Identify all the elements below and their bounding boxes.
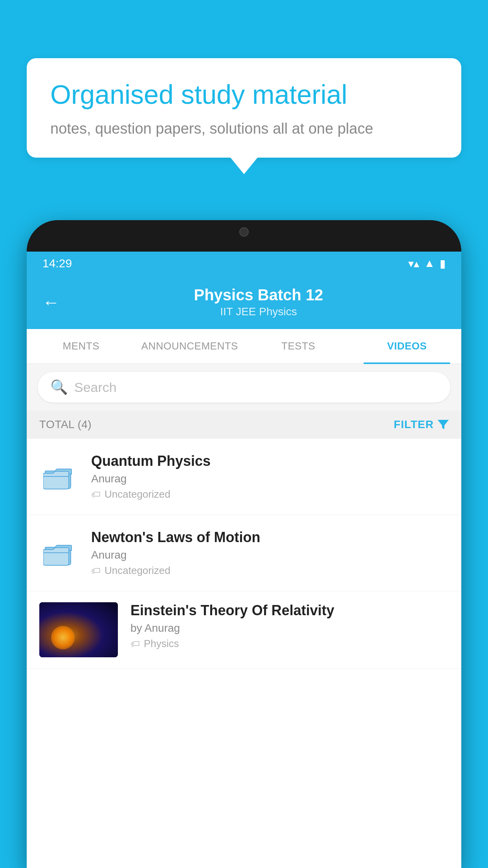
search-input[interactable]: Search — [74, 380, 117, 395]
video-info: Newton's Laws of Motion Anurag 🏷 Uncateg… — [91, 529, 449, 577]
tag-icon: 🏷 — [91, 565, 101, 576]
search-icon: 🔍 — [50, 379, 68, 395]
video-thumbnail — [39, 602, 118, 657]
video-info: Quantum Physics Anurag 🏷 Uncategorized — [91, 453, 449, 500]
total-count: TOTAL (4) — [39, 418, 92, 431]
header-subtitle: IIT JEE Physics — [72, 305, 446, 318]
video-author: by Anurag — [130, 622, 449, 634]
video-title: Newton's Laws of Motion — [91, 529, 449, 546]
video-list: Quantum Physics Anurag 🏷 Uncategorized — [27, 439, 461, 868]
status-icons: ▾▴ ▲ ▮ — [408, 257, 446, 270]
video-info: Einstein's Theory Of Relativity by Anura… — [130, 602, 449, 650]
signal-icon: ▲ — [424, 257, 435, 270]
svg-marker-0 — [438, 420, 449, 429]
app-screen: ← Physics Batch 12 IIT JEE Physics MENTS… — [27, 275, 461, 868]
video-author: Anurag — [91, 473, 449, 485]
tabs-bar: MENTS ANNOUNCEMENTS TESTS VIDEOS — [27, 329, 461, 364]
speech-bubble-title: Organised study material — [50, 79, 438, 111]
filter-button[interactable]: FILTER — [394, 418, 449, 431]
video-title: Einstein's Theory Of Relativity — [130, 602, 449, 619]
header-title-area: Physics Batch 12 IIT JEE Physics — [72, 286, 446, 318]
speech-bubble: Organised study material notes, question… — [27, 58, 461, 158]
list-item[interactable]: Quantum Physics Anurag 🏷 Uncategorized — [27, 439, 461, 515]
wifi-icon: ▾▴ — [408, 257, 419, 270]
front-camera — [239, 227, 249, 237]
back-button[interactable]: ← — [42, 292, 60, 312]
folder-icon — [39, 457, 79, 497]
video-title: Quantum Physics — [91, 453, 449, 469]
phone-notch-area — [27, 220, 461, 252]
search-bar[interactable]: 🔍 Search — [38, 372, 450, 403]
tag-icon: 🏷 — [130, 638, 140, 649]
status-time: 14:29 — [42, 257, 72, 270]
phone-notch — [209, 220, 279, 244]
tab-announcements[interactable]: ANNOUNCEMENTS — [136, 329, 244, 363]
tab-tests[interactable]: TESTS — [244, 329, 353, 363]
list-item[interactable]: Newton's Laws of Motion Anurag 🏷 Uncateg… — [27, 515, 461, 591]
app-header: ← Physics Batch 12 IIT JEE Physics — [27, 275, 461, 329]
video-tag: 🏷 Physics — [130, 638, 449, 650]
tag-icon: 🏷 — [91, 489, 101, 500]
battery-icon: ▮ — [440, 257, 446, 270]
list-item[interactable]: Einstein's Theory Of Relativity by Anura… — [27, 591, 461, 669]
tab-ments[interactable]: MENTS — [27, 329, 136, 363]
tab-videos[interactable]: VIDEOS — [353, 329, 462, 363]
speech-bubble-subtitle: notes, question papers, solutions all at… — [50, 120, 438, 137]
video-tag: 🏷 Uncategorized — [91, 565, 449, 577]
search-container: 🔍 Search — [27, 364, 461, 410]
speech-bubble-container: Organised study material notes, question… — [27, 58, 461, 158]
header-title: Physics Batch 12 — [72, 286, 446, 304]
status-bar: 14:29 ▾▴ ▲ ▮ — [27, 252, 461, 275]
folder-icon — [39, 533, 79, 573]
video-author: Anurag — [91, 549, 449, 561]
video-tag: 🏷 Uncategorized — [91, 488, 449, 500]
filter-bar: TOTAL (4) FILTER — [27, 410, 461, 439]
filter-icon — [438, 420, 449, 429]
phone-frame: 14:29 ▾▴ ▲ ▮ ← Physics Batch 12 IIT JEE … — [27, 220, 461, 868]
